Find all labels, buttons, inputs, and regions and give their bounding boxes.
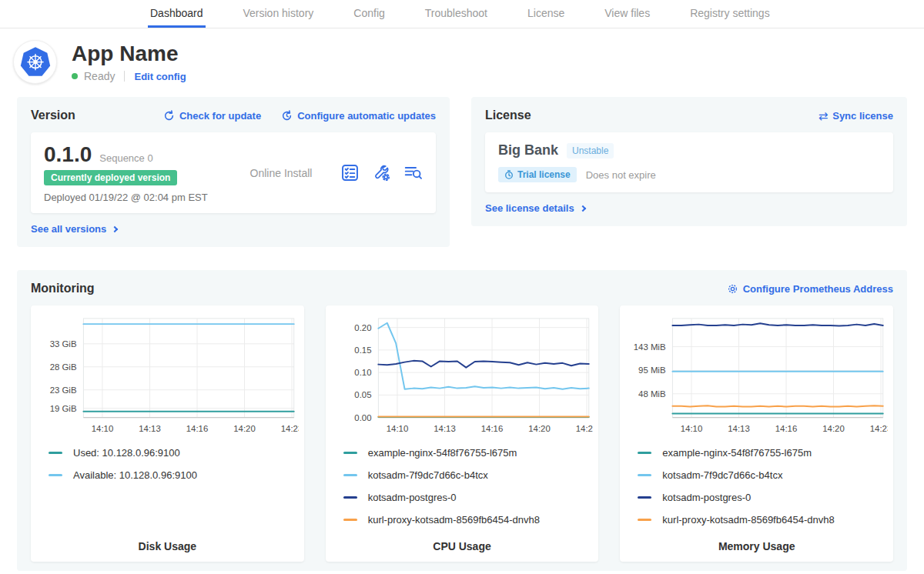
- sync-license-link[interactable]: ⇄ Sync license: [819, 110, 893, 122]
- monitoring-title: Monitoring: [31, 282, 95, 295]
- legend-swatch: [49, 452, 62, 454]
- version-card-title: Version: [31, 108, 75, 122]
- page-title: App Name: [72, 42, 186, 66]
- svg-text:14:13: 14:13: [434, 424, 455, 433]
- status-dot: [72, 73, 78, 79]
- tab-dashboard[interactable]: Dashboard: [148, 0, 206, 28]
- kots-admin-dashboard: Dashboard Version history Config Trouble…: [0, 0, 924, 571]
- legend-label: kotsadm-postgres-0: [368, 492, 457, 503]
- tab-license[interactable]: License: [525, 0, 567, 28]
- configure-auto-updates-label: Configure automatic updates: [297, 110, 436, 122]
- update-schedule-icon: [281, 110, 293, 122]
- chart-card-cpu-usage: 0.000.050.100.150.2014:1014:1314:1614:20…: [326, 305, 599, 562]
- see-all-versions-label: See all versions: [31, 223, 106, 235]
- version-number: 0.1.0: [44, 142, 92, 167]
- svg-text:14:23: 14:23: [575, 424, 593, 433]
- tab-troubleshoot[interactable]: Troubleshoot: [423, 0, 490, 28]
- cpu-usage-chart: 0.000.050.100.150.2014:1014:1314:1614:20…: [331, 311, 594, 440]
- legend-item: kurl-proxy-kotsadm-8569fb6454-dnvh8: [343, 513, 594, 526]
- legend-item: kotsadm-7f9dc7d66c-b4tcx: [343, 469, 594, 481]
- check-for-update-label: Check for update: [179, 110, 261, 122]
- legend-label: kotsadm-7f9dc7d66c-b4tcx: [368, 469, 488, 481]
- legend-swatch: [343, 519, 357, 521]
- chart-card-disk-usage: 19 GiB23 GiB28 GiB33 GiB14:1014:1314:161…: [31, 305, 304, 562]
- top-nav: Dashboard Version history Config Trouble…: [0, 0, 924, 28]
- legend-item: example-nginx-54f8f76755-l675m: [343, 446, 594, 459]
- legend-label: kotsadm-7f9dc7d66c-b4tcx: [662, 469, 782, 481]
- legend-swatch: [343, 474, 357, 476]
- edit-config-link[interactable]: Edit config: [134, 71, 186, 82]
- divider: [124, 71, 125, 82]
- status-badge: Ready: [84, 70, 115, 82]
- legend-item: kotsadm-postgres-0: [638, 491, 888, 503]
- install-type-label: Online Install: [221, 167, 341, 179]
- svg-text:28 GiB: 28 GiB: [50, 362, 77, 372]
- refresh-icon: [163, 110, 175, 122]
- view-logs-icon[interactable]: [404, 165, 423, 181]
- svg-text:0.20: 0.20: [354, 323, 371, 332]
- tab-view-files[interactable]: View files: [602, 0, 652, 28]
- legend-label: Available: 10.128.0.96:9100: [73, 469, 197, 481]
- svg-text:0.10: 0.10: [354, 368, 371, 377]
- legend-swatch: [638, 519, 651, 521]
- legend-swatch: [49, 474, 62, 476]
- svg-text:14:20: 14:20: [233, 424, 255, 433]
- trial-license-badge: Trial license: [498, 167, 577, 182]
- preflight-checks-icon[interactable]: [341, 164, 359, 182]
- legend-item: kotsadm-7f9dc7d66c-b4tcx: [638, 469, 888, 481]
- config-wrench-icon[interactable]: [373, 164, 390, 182]
- legend-item: example-nginx-54f8f76755-l675m: [638, 446, 888, 459]
- chart-title: Disk Usage: [36, 540, 299, 552]
- tab-registry-settings[interactable]: Registry settings: [688, 0, 772, 28]
- chart-title: Memory Usage: [625, 540, 888, 552]
- configure-prometheus-link[interactable]: Configure Prometheus Address: [727, 283, 893, 295]
- monitoring-section: Monitoring Configure Prometheus Address …: [17, 270, 907, 571]
- gear-icon: [727, 283, 738, 295]
- svg-text:14:10: 14:10: [681, 424, 702, 433]
- kubernetes-app-icon: [13, 40, 57, 84]
- chart-title: CPU Usage: [331, 540, 594, 552]
- memory-usage-legend: example-nginx-54f8f76755-l675mkotsadm-7f…: [638, 446, 888, 537]
- svg-text:23 GiB: 23 GiB: [50, 385, 77, 395]
- svg-text:14:10: 14:10: [92, 424, 113, 433]
- legend-label: example-nginx-54f8f76755-l675m: [662, 447, 812, 459]
- svg-text:0.15: 0.15: [354, 345, 371, 355]
- license-expiry: Does not expire: [586, 169, 656, 181]
- svg-text:14:20: 14:20: [823, 424, 845, 433]
- legend-label: Used: 10.128.0.96:9100: [73, 447, 180, 459]
- legend-label: kotsadm-postgres-0: [662, 492, 751, 503]
- summary-cards-row: Version Check for update: [0, 97, 924, 247]
- deployed-badge: Currently deployed version: [44, 170, 177, 185]
- deployed-timestamp: Deployed 01/19/22 @ 02:04 pm EST: [44, 192, 221, 203]
- legend-item: kotsadm-postgres-0: [343, 491, 594, 503]
- svg-text:0.05: 0.05: [354, 390, 371, 399]
- svg-text:48 MiB: 48 MiB: [638, 389, 665, 399]
- cpu-usage-legend: example-nginx-54f8f76755-l675mkotsadm-7f…: [343, 446, 594, 537]
- svg-text:33 GiB: 33 GiB: [50, 339, 77, 349]
- svg-text:14:10: 14:10: [386, 424, 407, 433]
- chevron-right-icon: [579, 205, 585, 211]
- sync-icon: ⇄: [819, 110, 829, 122]
- legend-item: kurl-proxy-kotsadm-8569fb6454-dnvh8: [638, 513, 888, 526]
- legend-label: example-nginx-54f8f76755-l675m: [368, 447, 517, 459]
- kubernetes-wheel-icon: [18, 45, 52, 79]
- tab-version-history[interactable]: Version history: [241, 0, 316, 28]
- svg-text:0.00: 0.00: [354, 413, 371, 422]
- version-sequence: Sequence 0: [99, 152, 152, 164]
- svg-text:14:16: 14:16: [480, 424, 502, 433]
- svg-text:19 GiB: 19 GiB: [50, 404, 77, 413]
- svg-text:143 MiB: 143 MiB: [634, 342, 666, 352]
- trial-license-label: Trial license: [517, 169, 571, 180]
- channel-badge: Unstable: [567, 143, 614, 159]
- tab-config[interactable]: Config: [351, 0, 387, 28]
- see-all-versions-link[interactable]: See all versions: [31, 223, 117, 235]
- see-license-details-link[interactable]: See license details: [485, 202, 585, 214]
- legend-item: Used: 10.128.0.96:9100: [49, 446, 299, 459]
- app-header: App Name Ready Edit config: [0, 28, 924, 84]
- check-for-update-link[interactable]: Check for update: [163, 110, 261, 122]
- svg-text:14:20: 14:20: [528, 424, 550, 433]
- configure-auto-updates-link[interactable]: Configure automatic updates: [281, 110, 436, 122]
- legend-item: Available: 10.128.0.96:9100: [49, 469, 299, 481]
- configure-prometheus-label: Configure Prometheus Address: [743, 283, 893, 295]
- legend-swatch: [638, 496, 651, 499]
